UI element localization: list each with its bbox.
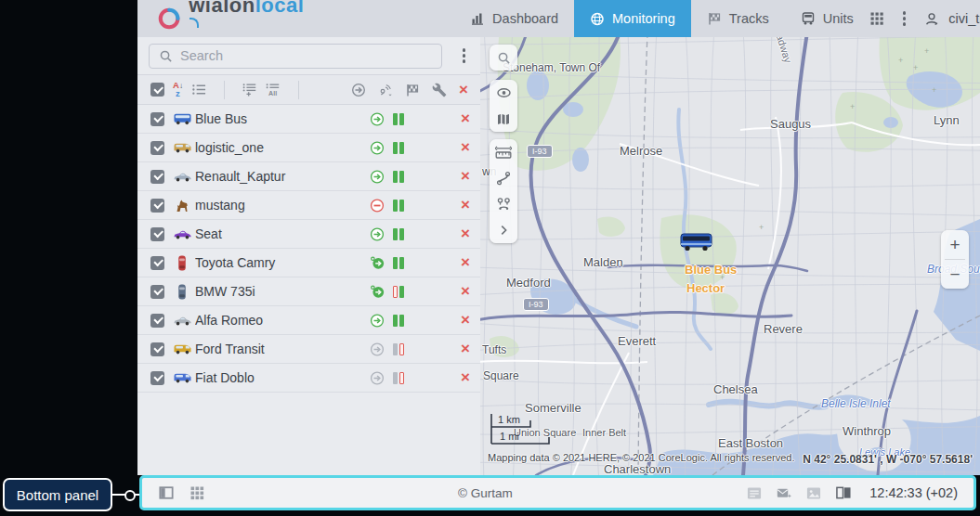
- unit-properties-icon[interactable]: [438, 198, 452, 213]
- unit-checkbox[interactable]: [150, 112, 164, 126]
- unit-remove-icon[interactable]: ×: [461, 112, 470, 125]
- map-search-button[interactable]: [490, 45, 517, 71]
- search-input[interactable]: Search: [149, 44, 442, 69]
- unit-row[interactable]: Blue Bus ×: [137, 105, 480, 134]
- data-accuracy-icon[interactable]: [414, 226, 429, 241]
- tracks-flag-icon[interactable]: [405, 83, 420, 97]
- select-all-checkbox[interactable]: [150, 83, 164, 97]
- data-accuracy-icon[interactable]: [414, 342, 429, 356]
- connection-bars-icon[interactable]: [393, 228, 406, 240]
- unit-remove-icon[interactable]: ×: [461, 141, 470, 154]
- unit-properties-icon[interactable]: [438, 226, 452, 241]
- show-all-icon[interactable]: All: [266, 83, 281, 97]
- unit-properties-icon[interactable]: [438, 140, 452, 155]
- motion-state-icon[interactable]: [370, 284, 385, 299]
- search-options-icon[interactable]: [461, 46, 468, 65]
- motion-state-icon[interactable]: [370, 370, 385, 385]
- list-icon[interactable]: [191, 83, 206, 97]
- unit-row[interactable]: Renault_Kaptur ×: [137, 162, 480, 191]
- unit-row[interactable]: logistic_one ×: [137, 134, 480, 162]
- unit-remove-icon[interactable]: ×: [461, 256, 470, 269]
- markers-button[interactable]: [490, 191, 517, 217]
- unit-checkbox[interactable]: [150, 342, 164, 356]
- unit-row[interactable]: BMW 735i ×: [137, 277, 480, 306]
- unit-row[interactable]: Toyota Camry ×: [137, 249, 480, 277]
- motion-state-icon[interactable]: [370, 313, 385, 328]
- unit-checkbox[interactable]: [150, 199, 164, 213]
- unit-remove-icon[interactable]: ×: [461, 170, 470, 183]
- apps-grid-icon[interactable]: [869, 11, 884, 26]
- unit-row[interactable]: mustang ×: [137, 191, 480, 220]
- satellite-icon[interactable]: [378, 83, 393, 97]
- panel-toggle-icon[interactable]: [159, 485, 174, 500]
- unit-properties-icon[interactable]: [438, 313, 452, 328]
- unit-remove-icon[interactable]: ×: [461, 371, 470, 384]
- connection-bars-icon[interactable]: [393, 113, 406, 125]
- unit-checkbox[interactable]: [150, 256, 164, 270]
- motion-state-icon[interactable]: [370, 255, 385, 270]
- unit-checkbox[interactable]: [150, 371, 164, 385]
- tab-monitoring[interactable]: Monitoring: [574, 0, 691, 37]
- tab-dashboard[interactable]: Dashboard: [454, 0, 574, 37]
- connection-bars-icon[interactable]: [393, 286, 406, 298]
- sms-icon[interactable]: [777, 485, 791, 500]
- map-canvas[interactable]: +++++++++: [480, 37, 980, 475]
- connection-bars-icon[interactable]: [393, 315, 406, 327]
- unit-remove-icon[interactable]: ×: [461, 342, 470, 355]
- tab-units[interactable]: Units: [785, 0, 869, 37]
- notes-icon[interactable]: [747, 485, 762, 500]
- data-accuracy-icon[interactable]: [414, 198, 429, 213]
- media-icon[interactable]: [806, 485, 821, 500]
- data-accuracy-icon[interactable]: [414, 370, 429, 385]
- motion-state-icon[interactable]: [370, 198, 385, 213]
- unit-row[interactable]: Seat ×: [137, 220, 480, 249]
- connection-bars-icon[interactable]: [393, 142, 406, 154]
- add-to-list-icon[interactable]: [242, 83, 257, 97]
- map-layers-button[interactable]: [490, 106, 517, 132]
- bottom-panel[interactable]: © Gurtam 12:42:33 (+02): [139, 475, 976, 510]
- connection-bars-icon[interactable]: [393, 171, 406, 183]
- unit-remove-icon[interactable]: ×: [461, 314, 470, 327]
- zoom-in-button[interactable]: +: [941, 230, 969, 259]
- data-accuracy-icon[interactable]: [414, 169, 429, 184]
- expand-tools-button[interactable]: [490, 217, 517, 243]
- zoom-out-button[interactable]: −: [941, 260, 969, 289]
- user-menu[interactable]: civi_trace: [924, 11, 980, 26]
- unit-properties-icon[interactable]: [438, 284, 452, 299]
- connection-bars-icon[interactable]: [393, 372, 406, 384]
- unit-checkbox[interactable]: [150, 170, 164, 184]
- unit-properties-icon[interactable]: [438, 370, 452, 385]
- bottom-apps-icon[interactable]: [189, 485, 204, 500]
- motion-state-icon[interactable]: [370, 169, 385, 184]
- unit-remove-icon[interactable]: ×: [461, 199, 470, 212]
- split-view-icon[interactable]: [836, 485, 851, 500]
- data-accuracy-icon[interactable]: [414, 140, 429, 155]
- unit-row[interactable]: Ford Transit ×: [137, 335, 480, 364]
- visibility-button[interactable]: [490, 80, 517, 106]
- unit-checkbox[interactable]: [150, 141, 164, 155]
- unit-row[interactable]: Fiat Doblo ×: [137, 364, 480, 393]
- unit-properties-icon[interactable]: [438, 111, 452, 126]
- unit-row[interactable]: Alfa Romeo ×: [137, 306, 480, 335]
- unit-properties-icon[interactable]: [438, 255, 452, 270]
- map-unit-marker[interactable]: [679, 230, 714, 257]
- connection-bars-icon[interactable]: [393, 343, 406, 355]
- unit-remove-icon[interactable]: ×: [461, 227, 470, 240]
- connection-bars-icon[interactable]: [393, 200, 406, 212]
- route-button[interactable]: [490, 165, 517, 191]
- properties-icon[interactable]: [432, 83, 447, 97]
- unit-checkbox[interactable]: [150, 227, 164, 241]
- kebab-menu-icon[interactable]: [901, 9, 908, 28]
- sort-az-icon[interactable]: A↓z: [173, 82, 183, 97]
- map-area[interactable]: +++++++++ Stoneham, Town OfSaugusLynnMel…: [480, 37, 980, 475]
- tab-tracks[interactable]: Tracks: [691, 0, 785, 37]
- unit-properties-icon[interactable]: [438, 342, 452, 356]
- remove-all-icon[interactable]: ×: [459, 84, 468, 97]
- ruler-button[interactable]: [490, 139, 517, 165]
- unit-checkbox[interactable]: [150, 314, 164, 328]
- data-accuracy-icon[interactable]: [414, 284, 429, 299]
- motion-state-icon[interactable]: [370, 140, 385, 155]
- motion-state-icon[interactable]: [370, 342, 385, 356]
- connection-bars-icon[interactable]: [393, 257, 406, 269]
- motion-state-icon[interactable]: [370, 226, 385, 241]
